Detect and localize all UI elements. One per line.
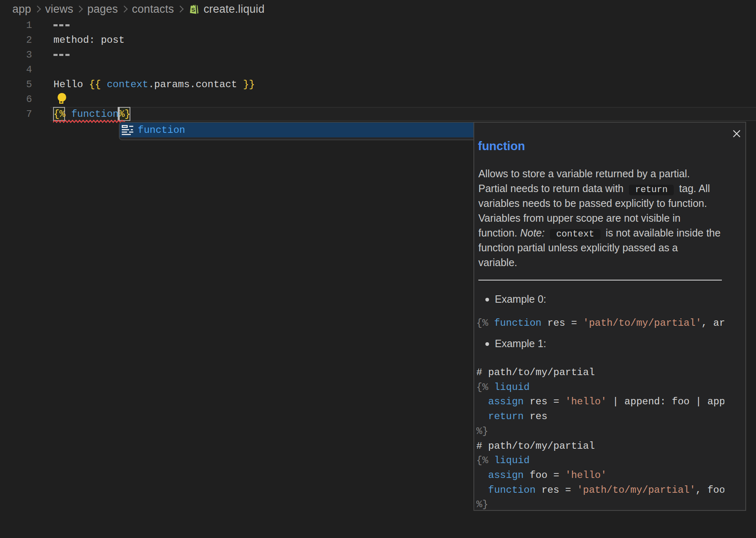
svg-text:S: S bbox=[191, 7, 195, 13]
